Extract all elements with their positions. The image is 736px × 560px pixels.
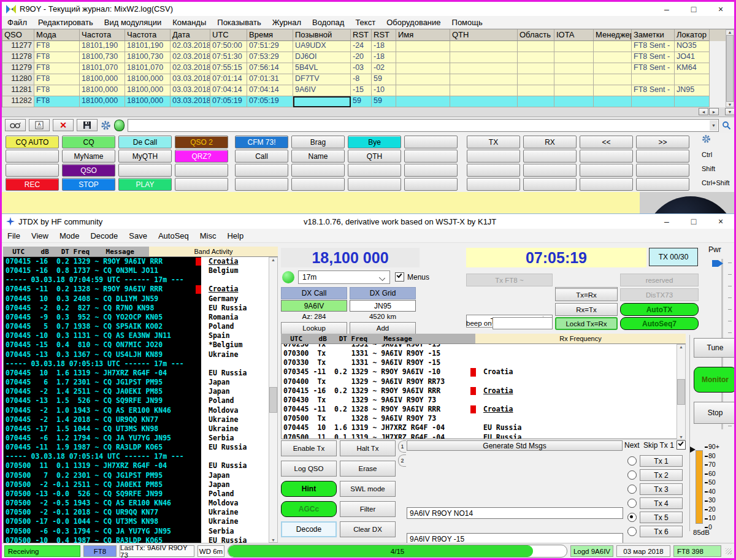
radio-icon[interactable] xyxy=(627,470,637,480)
table-row[interactable]: 11277FT818101,19018101,19002.03.201807:5… xyxy=(2,41,734,52)
dx-grid-field[interactable]: JN95 xyxy=(350,300,416,312)
macro-button-brag[interactable]: Brag xyxy=(291,136,345,148)
macro-button-empty[interactable] xyxy=(348,178,401,191)
menu-команды[interactable]: Команды xyxy=(167,17,212,28)
beep-input[interactable] xyxy=(493,317,553,329)
menu-mode[interactable]: Mode xyxy=(54,230,85,242)
macro-button-qso[interactable]: QSO xyxy=(62,164,115,177)
search-glasses-icon[interactable] xyxy=(5,119,26,131)
band-decode-line[interactable]: 070445 6 1.7 2301 ~ CQ JG1PST PM95Japan xyxy=(4,378,268,387)
macro-button-empty[interactable] xyxy=(636,178,689,191)
menu-decode[interactable]: Decode xyxy=(85,230,123,242)
macro-button-empty[interactable] xyxy=(467,178,520,191)
rx-decode-line[interactable]: 070445 -11 0.2 1328 ~ R9OY 9A6IV RRRCroa… xyxy=(282,405,676,414)
tx-button-2[interactable]: Tx 2 xyxy=(640,469,683,481)
tx-watchdog-button[interactable]: TX 00/30 xyxy=(649,248,698,266)
hint-button[interactable]: Hint xyxy=(281,481,337,497)
table-row[interactable]: 11278FT818100,73018100,73002.03.201807:5… xyxy=(2,52,734,63)
band-decode-line[interactable]: 070500 -2 -0.5 1943 ~ CQ AS ER100 KN46Mo… xyxy=(4,499,268,508)
tx-message-field-1[interactable]: 9A6IV R9OY NO14 xyxy=(407,507,623,519)
rx-decode-line[interactable]: 070230 Tx 1331 ~ 9A6IV R9OY -15 xyxy=(282,343,676,349)
checkbox-icon[interactable] xyxy=(677,440,686,450)
table-row[interactable]: 11280FT818100,00018100,00003.03.201807:0… xyxy=(2,74,734,85)
menu-текст[interactable]: Текст xyxy=(350,17,381,28)
tx-select-radio-6[interactable] xyxy=(627,527,637,539)
skip-tx1-checkbox[interactable]: Skip Tx 1 xyxy=(643,440,686,450)
band-decode-line[interactable]: 070500 -17 -0.0 1044 ~ CQ UT3MS KN98Ukra… xyxy=(4,517,268,526)
column-header-дата-4[interactable]: Дата xyxy=(171,29,210,41)
msg-tab-1[interactable]: 1 xyxy=(398,440,406,453)
tx-button-1[interactable]: Tx 1 xyxy=(640,455,683,467)
column-header-qth-11[interactable]: QTH xyxy=(450,29,518,41)
menu-help[interactable]: Help xyxy=(221,230,249,242)
column-header-utc-5[interactable]: UTC xyxy=(210,29,247,41)
radio-icon[interactable] xyxy=(627,485,637,494)
band-decode-line[interactable]: 070445 -13 1.5 526 ~ CQ SQ9RFE JN99Polan… xyxy=(4,396,268,405)
macro-button-empty[interactable] xyxy=(175,178,228,191)
menu-вид-модуляции[interactable]: Вид модуляции xyxy=(99,17,167,28)
macro-button-empty[interactable] xyxy=(291,178,345,191)
macro-button-qso-2[interactable]: QSO 2 xyxy=(175,136,228,148)
tx-select-radio-5[interactable] xyxy=(627,513,637,524)
menu-misc[interactable]: Misc xyxy=(194,230,222,242)
menu-водопад[interactable]: Водопад xyxy=(307,17,350,28)
macro-button-tx[interactable]: TX xyxy=(467,136,520,148)
rx-decode-line[interactable]: 070345 -11 0.2 1329 ~ R9OY 9A6IV -10Croa… xyxy=(282,367,676,377)
agc-button[interactable]: AGCc xyxy=(281,501,337,517)
macro-button-empty[interactable] xyxy=(348,164,401,177)
macro-button-empty[interactable] xyxy=(404,150,458,163)
rx-decode-line[interactable]: 070445 10 1.6 1319 ~ JH7XRZ RG4F -04EU R… xyxy=(282,423,676,432)
scroll-left-icon[interactable]: ◄ xyxy=(699,108,708,115)
delete-x-icon[interactable]: ✕ xyxy=(53,119,74,131)
close-icon[interactable]: × xyxy=(707,2,734,16)
column-header-заметки-15[interactable]: Заметки xyxy=(632,29,675,41)
macro-button-play[interactable]: PLAY xyxy=(118,178,172,191)
menu-file[interactable]: File xyxy=(2,230,26,242)
column-header-имя-10[interactable]: Имя xyxy=(396,29,450,41)
table-row[interactable]: 11279FT818101,07018101,07002.03.201807:5… xyxy=(2,63,734,74)
macro-button-empty[interactable] xyxy=(580,150,633,163)
macro-button-empty[interactable] xyxy=(235,178,288,191)
band-decode-line[interactable]: 070445 -17 1.5 1044 ~ CQ UT3MS KN98Ukrai… xyxy=(4,424,268,434)
radio-icon[interactable] xyxy=(627,456,637,466)
macro-gear-icon[interactable] xyxy=(702,134,711,144)
macro-button-rec[interactable]: REC xyxy=(6,178,59,191)
rx-eq-tx-button[interactable]: Rx=Tx xyxy=(555,303,618,316)
log-table-vscrollbar[interactable]: ▲▼ xyxy=(726,29,734,107)
macro-button-empty[interactable] xyxy=(6,150,59,163)
band-decode-line[interactable]: 070445 -9 0.3 952 ~ CQ YO2OCP KN05Romani… xyxy=(4,313,268,322)
minimize-icon[interactable]: – xyxy=(653,215,680,229)
band-decode-line[interactable]: 070445 -2 0.2 827 ~ CQ R7NO KN98EU Russi… xyxy=(4,304,268,313)
band-decode-line[interactable]: 070445 -2 1.4 2511 ~ CQ JA0EKI PM85Japan xyxy=(4,387,268,396)
macro-button-cfm-73[interactable]: CFM 73! xyxy=(235,136,288,148)
close-icon[interactable]: × xyxy=(707,215,734,229)
tx-select-radio-3[interactable] xyxy=(627,485,637,496)
menu-файл[interactable]: Файл xyxy=(2,17,33,28)
msg-tab-2[interactable]: 2 xyxy=(398,455,406,467)
macro-button-empty[interactable] xyxy=(291,164,345,177)
column-header-время-6[interactable]: Время xyxy=(247,29,293,41)
tx-button-3[interactable]: Tx 3 xyxy=(640,483,683,495)
macro-button-empty[interactable] xyxy=(175,164,228,177)
scroll-down-icon[interactable]: ▼ xyxy=(725,108,735,115)
macro-button-empty[interactable] xyxy=(404,178,458,191)
band-decode-line[interactable]: 070445 -6 1.2 1794 ~ CQ JA YU7YG JN95Ser… xyxy=(4,434,268,443)
checkbox-icon[interactable] xyxy=(395,272,404,282)
column-header-iota-13[interactable]: IOTA xyxy=(554,29,594,41)
macro-button-stop[interactable]: STOP xyxy=(62,178,115,191)
table-row[interactable]: 11281FT818100,00018100,00003.03.201807:0… xyxy=(2,85,734,96)
rx-decode-line[interactable]: 070430 Tx 1329 ~ 9A6IV R9OY 73 xyxy=(282,396,676,405)
band-activity-scrollbar[interactable]: ▲▼ xyxy=(269,257,278,543)
resize-grip-icon[interactable] xyxy=(726,548,732,554)
tx-select-radio-4[interactable] xyxy=(627,499,637,510)
band-decode-line[interactable]: 070500 -6 -0.3 1794 ~ CQ JA YU7YG JN95Se… xyxy=(4,527,268,536)
macro-button-qth[interactable]: QTH xyxy=(348,150,401,163)
tx-select-radio-2[interactable] xyxy=(627,470,637,482)
macro-button-name[interactable]: Name xyxy=(291,150,345,163)
rx-decode-line[interactable]: 070300 Tx 1331 ~ 9A6IV R9OY -15 xyxy=(282,349,676,358)
column-header-qso-0[interactable]: QSO xyxy=(2,29,34,41)
macro-button-de-call[interactable]: De Call xyxy=(118,136,172,148)
column-header-менеджер-14[interactable]: Менеджер xyxy=(594,29,632,41)
band-decode-line[interactable]: ----- 03.03.18 07:05:13 UTC ------ 17m -… xyxy=(4,359,268,369)
macro-button-cq-auto[interactable]: CQ AUTO xyxy=(6,136,59,148)
